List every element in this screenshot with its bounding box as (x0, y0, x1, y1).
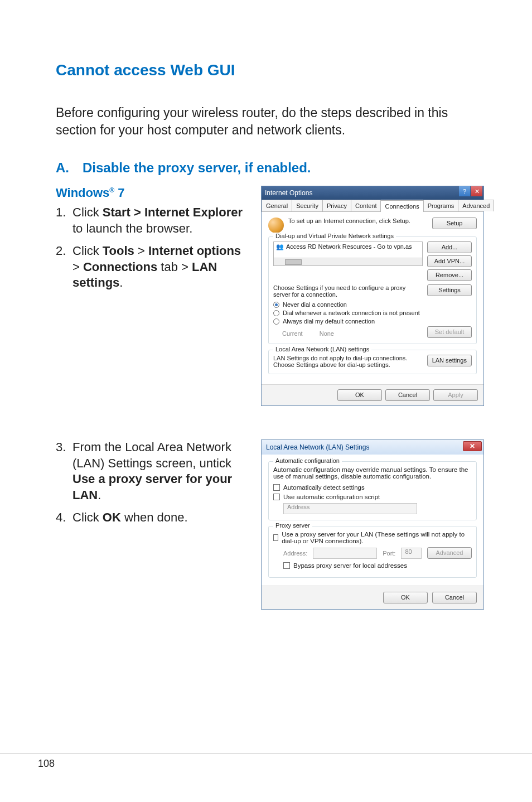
lan-settings-dialog: Local Area Network (LAN) Settings ✕ Auto… (261, 439, 484, 610)
lan-settings-button[interactable]: LAN settings (427, 355, 472, 366)
lan-titlebar[interactable]: Local Area Network (LAN) Settings ✕ (262, 440, 483, 455)
lan-ok-button[interactable]: OK (383, 592, 428, 603)
proxy-address-input (313, 548, 377, 559)
radio-dot-on (273, 302, 279, 308)
globe-icon (268, 218, 284, 233)
step2-b2: Internet options (148, 244, 241, 258)
step1-pre: Click (72, 205, 103, 219)
scrollbar-thumb[interactable] (285, 259, 302, 265)
io-titlebar[interactable]: Internet Options ? ✕ (262, 186, 483, 200)
io-apply-button: Apply (433, 389, 478, 401)
lan-close-button[interactable]: ✕ (463, 441, 482, 451)
vpn-item[interactable]: Access RD Network Resources - Go to vpn.… (286, 243, 412, 250)
chk-auto-detect[interactable]: Automatically detect settings (273, 484, 472, 491)
set-default-button: Set default (427, 326, 472, 338)
step3-bold: Use a proxy server for your LAN (72, 472, 232, 502)
lan-text: LAN Settings do not apply to dial-up con… (273, 355, 423, 368)
step-1: Click Start > Internet Explorer to launc… (56, 205, 251, 236)
chk-use-proxy-label: Use a proxy server for your LAN (These s… (282, 531, 472, 544)
add-button[interactable]: Add... (427, 241, 472, 253)
checkbox-icon (273, 534, 278, 541)
internet-options-dialog: Internet Options ? ✕ General Security Pr… (261, 186, 484, 406)
current-value: None (320, 330, 334, 337)
chk-bypass-local[interactable]: Bypass proxy server for local addresses (283, 562, 472, 569)
page-footer: 108 (0, 753, 532, 770)
section-a-heading: A. Disable the proxy server, if enabled. (56, 160, 482, 176)
radio-always-dial-label: Always dial my default connection (283, 318, 375, 325)
radio-never-dial[interactable]: Never dial a connection (273, 301, 472, 308)
step2-end: . (119, 276, 123, 289)
io-tabs: General Security Privacy Content Connect… (262, 200, 483, 212)
io-ok-button[interactable]: OK (337, 389, 382, 401)
step2-m1: > (134, 244, 148, 258)
vpn-listbox[interactable]: 👥 Access RD Network Resources - Go to vp… (273, 241, 423, 266)
auto-config-group: Automatic configuration Automatic config… (268, 461, 477, 520)
heading-cannot-access: Cannot access Web GUI (56, 61, 482, 79)
chk-auto-script-label: Use automatic configuration script (283, 494, 380, 500)
choose-settings-text: Choose Settings if you need to configure… (273, 284, 423, 298)
step2-pre: Click (72, 244, 103, 258)
radio-never-dial-label: Never dial a connection (283, 301, 347, 308)
advanced-button: Advanced (427, 547, 472, 559)
setup-text: To set up an Internet connection, click … (288, 218, 428, 224)
radio-dot (273, 318, 279, 325)
remove-button[interactable]: Remove... (427, 269, 472, 281)
registered-mark: ® (109, 186, 114, 194)
proxy-server-group: Proxy server Use a proxy server for your… (268, 526, 477, 578)
radio-always-dial[interactable]: Always dial my default connection (273, 318, 472, 325)
step3-pre: From the Local Area Network (LAN) Settin… (72, 440, 231, 470)
scrollbar[interactable] (274, 258, 422, 265)
lan-title: Local Area Network (LAN) Settings (266, 443, 369, 451)
tab-connections[interactable]: Connections (380, 200, 423, 212)
radio-dot (273, 310, 279, 316)
proxy-address-label: Address: (283, 550, 307, 557)
tab-content[interactable]: Content (351, 200, 381, 211)
radio-dial-when-not-present[interactable]: Dial whenever a network connection is no… (273, 310, 472, 316)
tab-privacy[interactable]: Privacy (322, 200, 351, 211)
lan-settings-group: Local Area Network (LAN) settings LAN Se… (268, 350, 477, 374)
page-number: 108 (38, 758, 55, 769)
tab-advanced[interactable]: Advanced (458, 200, 494, 211)
step-4: Click OK when done. (56, 510, 251, 526)
add-vpn-button[interactable]: Add VPN... (427, 255, 472, 267)
help-button[interactable]: ? (459, 186, 470, 196)
step4-bold: OK (103, 510, 121, 524)
step4-post: when done. (121, 510, 188, 524)
setup-button[interactable]: Setup (432, 218, 477, 229)
chk-use-proxy[interactable]: Use a proxy server for your LAN (These s… (273, 531, 472, 544)
lan-cancel-button[interactable]: Cancel (432, 592, 477, 603)
chk-auto-script[interactable]: Use automatic configuration script (273, 494, 472, 500)
step-3: From the Local Area Network (LAN) Settin… (56, 439, 251, 503)
intro-text: Before configuring your wireless router,… (56, 104, 482, 139)
settings-button[interactable]: Settings (427, 284, 472, 296)
tab-programs[interactable]: Programs (423, 200, 459, 211)
proxy-port-label: Port: (383, 550, 395, 557)
lan-group-legend: Local Area Network (LAN) settings (273, 346, 371, 352)
dialup-vpn-legend: Dial-up and Virtual Private Network sett… (273, 233, 396, 239)
close-button[interactable]: ✕ (471, 186, 482, 196)
win7-label: Windows (56, 186, 109, 200)
proxy-legend: Proxy server (273, 522, 312, 529)
checkbox-icon (273, 494, 280, 500)
io-title: Internet Options (265, 189, 312, 197)
checkbox-icon (283, 562, 290, 569)
step2-b1: Tools (103, 244, 134, 258)
tab-security[interactable]: Security (292, 200, 323, 211)
radio-dial-when-label: Dial whenever a network connection is no… (283, 310, 420, 316)
windows7-heading: Windows® 7 (56, 186, 251, 200)
chk-auto-detect-label: Automatically detect settings (283, 484, 365, 491)
script-address-input: Address (283, 503, 417, 514)
step2-m2: > (72, 260, 83, 274)
chk-bypass-label: Bypass proxy server for local addresses (293, 562, 407, 569)
io-cancel-button[interactable]: Cancel (385, 389, 430, 401)
dialup-vpn-group: Dial-up and Virtual Private Network sett… (268, 236, 477, 344)
step4-pre: Click (72, 510, 103, 524)
step2-b3: Connections (83, 260, 157, 274)
checkbox-icon (273, 484, 280, 491)
people-icon: 👥 (276, 243, 284, 250)
tab-general[interactable]: General (262, 200, 292, 211)
auto-config-desc: Automatic configuration may override man… (273, 466, 472, 480)
step1-post: to launch the browser. (72, 221, 192, 235)
step-2: Click Tools > Internet options > Connect… (56, 243, 251, 291)
auto-config-legend: Automatic configuration (273, 457, 342, 464)
